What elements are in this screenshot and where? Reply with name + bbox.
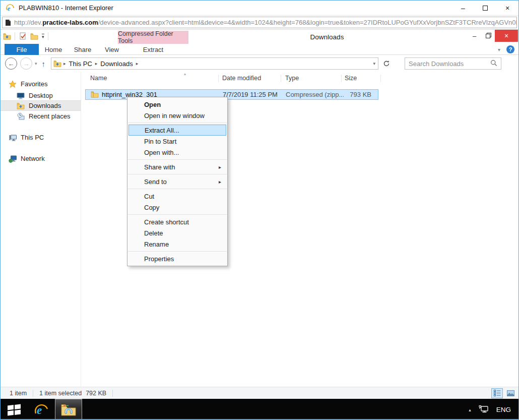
breadcrumb-downloads[interactable]: Downloads (100, 60, 133, 68)
tab-extract[interactable]: Extract (118, 44, 188, 55)
explorer-titlebar: ▾ Compressed Folder Tools Downloads – × (1, 30, 518, 44)
sort-ascending-icon[interactable]: ▴ (184, 72, 186, 76)
taskbar: e ▴ ENG (1, 399, 518, 420)
column-divider[interactable] (218, 75, 219, 82)
search-icon[interactable] (490, 59, 497, 68)
context-menu: Open Open in new window Extract All... P… (127, 97, 228, 266)
menu-item-label: Open (144, 101, 161, 108)
recent-places-icon (17, 112, 25, 121)
new-folder-qat-button[interactable] (30, 32, 38, 40)
explorer-minimize-button[interactable]: – (468, 30, 481, 42)
menu-item-pin-to-start[interactable]: Pin to Start (127, 136, 227, 147)
menu-item-extract-all[interactable]: Extract All... (128, 125, 226, 136)
tab-file[interactable]: File (5, 44, 39, 55)
status-divider (33, 390, 33, 397)
menu-item-copy[interactable]: Copy (127, 202, 227, 213)
properties-qat-button[interactable] (19, 32, 27, 40)
browser-close-button[interactable]: × (496, 1, 518, 16)
menu-item-label: Open with... (144, 149, 179, 156)
menu-item-open-in-new-window[interactable]: Open in new window (127, 110, 227, 121)
sidebar-item-desktop[interactable]: Desktop (1, 90, 81, 101)
column-header-date-modified[interactable]: Date modified (222, 75, 261, 83)
menu-item-send-to[interactable]: Send to▸ (127, 176, 227, 187)
menu-item-label: Copy (144, 204, 159, 211)
breadcrumb-bar[interactable]: ▸ This PC ▸ Downloads ▸ ▾ (51, 57, 378, 70)
back-button[interactable]: ← (5, 57, 17, 70)
menu-item-label: Send to (144, 178, 167, 186)
explorer-close-button[interactable]: × (495, 30, 518, 42)
menu-item-label: Create shortcut (144, 218, 189, 226)
search-input[interactable] (409, 60, 490, 68)
menu-item-create-shortcut[interactable]: Create shortcut (127, 216, 227, 227)
language-indicator[interactable]: ENG (496, 406, 511, 413)
search-box (405, 57, 501, 70)
menu-item-open[interactable]: Open (127, 99, 227, 110)
expand-ribbon-chevron[interactable]: ▾ (498, 47, 500, 52)
menu-item-delete[interactable]: Delete (127, 227, 227, 238)
sidebar-item-recent-places[interactable]: Recent places (1, 111, 81, 122)
forward-button[interactable]: → (20, 57, 32, 70)
menu-item-label: Delete (144, 229, 163, 237)
customize-qat-dropdown[interactable]: ▾ (42, 34, 44, 39)
sidebar-label: Network (21, 155, 45, 162)
start-button[interactable] (1, 399, 28, 420)
url-path: /device-advanced.aspx?client=html&device… (98, 19, 517, 26)
downloads-folder-icon (17, 102, 25, 110)
ribbon-right-controls: ▾ ? (498, 44, 514, 55)
breadcrumb-chevron-icon[interactable]: ▸ (63, 61, 66, 66)
menu-item-share-with[interactable]: Share with▸ (127, 161, 227, 172)
menu-separator (128, 159, 227, 160)
help-button[interactable]: ? (506, 45, 514, 53)
sidebar-item-this-pc[interactable]: This PC (1, 132, 81, 143)
menu-item-label: Extract All... (145, 127, 179, 134)
column-divider[interactable] (380, 75, 381, 82)
explorer-window-controls: – × (468, 30, 518, 42)
breadcrumb-chevron-icon[interactable]: ▸ (136, 61, 139, 66)
menu-item-rename[interactable]: Rename (127, 238, 227, 250)
tab-share[interactable]: Share (68, 44, 97, 55)
details-view-button[interactable] (491, 388, 503, 398)
taskbar-internet-explorer-button[interactable]: e (28, 399, 55, 420)
address-url-field[interactable]: http://dev.practice-labs.com/device-adva… (2, 17, 517, 28)
sidebar-item-downloads[interactable]: Downloads (1, 100, 81, 111)
column-header-name[interactable]: Name (90, 75, 107, 83)
large-icons-view-button[interactable] (505, 388, 516, 398)
toolbar-separator (15, 32, 15, 40)
menu-item-open-with[interactable]: Open with... (127, 147, 227, 158)
sidebar-label: This PC (21, 134, 44, 141)
column-divider[interactable] (341, 75, 342, 82)
breadcrumb-chevron-icon[interactable]: ▸ (95, 61, 98, 66)
windows-logo-icon (8, 404, 21, 415)
toolbar-separator (48, 32, 48, 40)
refresh-button[interactable] (380, 57, 393, 70)
column-header-type[interactable]: Type (285, 75, 299, 83)
menu-separator (128, 251, 227, 252)
menu-separator (128, 123, 227, 123)
recent-locations-dropdown[interactable]: ▾ (35, 61, 37, 66)
file-explorer-icon (60, 403, 77, 416)
up-button[interactable]: ↑ (42, 59, 46, 68)
explorer-restore-button[interactable] (481, 30, 495, 42)
tab-home[interactable]: Home (39, 44, 68, 55)
column-header-size[interactable]: Size (345, 75, 357, 83)
internet-explorer-icon: e (6, 4, 15, 13)
sidebar-label: Favorites (21, 80, 47, 88)
submenu-arrow-icon: ▸ (219, 164, 221, 170)
sidebar-item-network[interactable]: Network (1, 153, 81, 164)
sidebar-item-favorites[interactable]: Favorites (1, 79, 81, 89)
show-hidden-icons-button[interactable]: ▴ (469, 407, 471, 412)
menu-item-properties[interactable]: Properties (127, 253, 227, 264)
browser-maximize-button[interactable] (474, 1, 496, 16)
sidebar-label: Downloads (29, 102, 61, 109)
menu-separator (128, 214, 227, 215)
status-divider (112, 390, 113, 397)
browser-minimize-button[interactable]: – (452, 1, 474, 16)
column-divider[interactable] (281, 75, 281, 82)
network-tray-icon[interactable] (479, 405, 489, 415)
breadcrumb-this-pc[interactable]: This PC (69, 60, 92, 68)
taskbar-file-explorer-button[interactable] (55, 399, 82, 420)
star-icon (9, 80, 17, 88)
menu-item-cut[interactable]: Cut (127, 191, 227, 202)
downloads-window-icon (3, 32, 11, 40)
address-history-dropdown[interactable]: ▾ (373, 61, 376, 66)
